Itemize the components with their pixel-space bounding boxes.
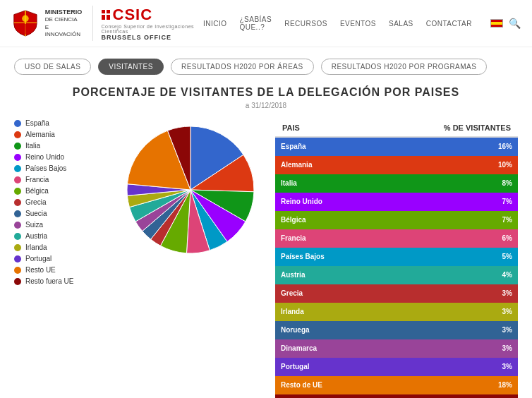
pais-cell: Dinamarca [275,339,389,358]
legend-label: Bélgica [25,187,49,195]
table-row: Reino Unido 7% [275,193,518,211]
nav-eventos[interactable]: EVENTOS [340,20,376,28]
pct-cell: 6% [389,394,518,398]
table-row: Países Bajos 5% [275,248,518,266]
main-content: España Alemania Italia Reino Unido Paíse… [0,112,532,398]
table-row: Alemania 10% [275,156,518,174]
legend-label: Suecia [25,210,47,217]
legend-item: Francia [14,176,106,183]
table-row: Grecia 3% [275,284,518,303]
nav-icons: 🔍 [490,18,521,29]
pct-cell: 6% [389,229,518,248]
visitors-table: PAIS % DE VISITANTES España 16% Alemania… [275,119,518,398]
chart-legend: España Alemania Italia Reino Unido Paíse… [14,119,106,289]
table-row: Resto de UE 18% [275,376,518,394]
nav-salas[interactable]: SALAS [389,20,413,28]
shield-icon [11,8,40,38]
legend-dot [14,176,21,183]
csic-icon [102,10,110,20]
header: MINISTERIODE CIENCIAE INNOVACIÓN CSIC Co… [0,0,532,47]
pct-cell: 3% [389,303,518,321]
page-subtitle: a 31/12/2018 [0,102,532,109]
pct-cell: 7% [389,211,518,229]
legend-item: Italia [14,142,106,150]
nav-recursos[interactable]: RECURSOS [284,20,327,28]
legend-item: Suecia [14,210,106,217]
svg-rect-3 [102,15,105,20]
pais-cell: Países Bajos [275,248,389,266]
legend-item: España [14,119,106,127]
pct-cell: 10% [389,156,518,174]
pct-cell: 3% [389,358,518,376]
pct-cell: 16% [389,137,518,156]
legend-dot [14,120,21,127]
col-pais: PAIS [275,119,389,137]
pct-cell: 5% [389,248,518,266]
legend-dot [14,210,21,217]
csic-office: BRUSSELS OFFICE [102,34,172,41]
table-row: Austria 4% [275,266,518,284]
search-icon[interactable]: 🔍 [509,18,521,29]
svg-rect-2 [107,10,110,13]
pct-cell: 18% [389,376,518,394]
tab-uso-salas[interactable]: USO DE SALAS [14,59,91,75]
tabs-section: USO DE SALAS VISITANTES RESULTADOS H2020… [0,47,532,80]
legend-label: España [25,119,49,127]
pais-cell: Italia [275,174,389,193]
ministry-text: MINISTERIODE CIENCIAE INNOVACIÓN [45,8,84,39]
legend-item: Países Bajos [14,164,106,172]
legend-label: Alemania [25,131,55,138]
table-row: Francia 6% [275,229,518,248]
legend-dot [14,233,21,240]
svg-rect-4 [107,15,110,20]
legend-item: Reino Unido [14,153,106,161]
table-row: España 16% [275,137,518,156]
pct-cell: 3% [389,284,518,303]
csic-subtitle: Consejo Superior de Investigaciones Cien… [102,24,203,34]
pct-cell: 8% [389,174,518,193]
table-row: Bélgica 7% [275,211,518,229]
nav-sabias[interactable]: ¿SABÍAS QUE..? [239,16,272,31]
csic-brand: CSIC [102,6,153,24]
table-row: Noruega 3% [275,321,518,339]
pais-cell: Noruega [275,321,389,339]
legend-item: Portugal [14,255,106,263]
pais-cell: Irlanda [275,303,389,321]
pct-cell: 4% [389,266,518,284]
tab-resultados-programas[interactable]: RESULTADOS H2020 POR PROGRAMAS [321,59,488,75]
legend-item: Austria [14,232,106,240]
legend-dot [14,143,21,150]
table-row: Dinamarca 3% [275,339,518,358]
main-nav: INICIO ¿SABÍAS QUE..? RECURSOS EVENTOS S… [203,16,521,31]
legend-item: Resto fuera UE [14,277,106,285]
nav-contactar[interactable]: CONTACTAR [426,20,472,28]
legend-dot [14,165,21,172]
legend-label: Grecia [25,198,46,206]
csic-logo: CSIC Consejo Superior de Investigaciones… [92,6,203,41]
table-row: Italia 8% [275,174,518,193]
table-row: Resto fuera de Ue 6% [275,394,518,398]
legend-item: Grecia [14,198,106,206]
pais-cell: Francia [275,229,389,248]
tab-visitantes[interactable]: VISITANTES [98,59,164,75]
pais-cell: Resto fuera de Ue [275,394,389,398]
nav-inicio[interactable]: INICIO [203,20,227,28]
pct-cell: 3% [389,339,518,358]
language-flag[interactable] [490,19,503,28]
legend-label: Francia [25,176,49,183]
legend-label: Irlanda [25,243,47,251]
page-title: PORCENTAJE DE VISITANTES DE LA DELEGACIÓ… [0,86,532,99]
pais-cell: Austria [275,266,389,284]
table-row: Portugal 3% [275,358,518,376]
tab-resultados-areas[interactable]: RESULTADOS H2020 POR ÁREAS [171,59,314,75]
title-section: PORCENTAJE DE VISITANTES DE LA DELEGACIÓ… [0,80,532,112]
data-table-container: PAIS % DE VISITANTES España 16% Alemania… [275,119,518,398]
pais-cell: Grecia [275,284,389,303]
legend-label: Resto fuera UE [25,277,73,285]
table-row: Irlanda 3% [275,303,518,321]
legend-dot [14,131,21,138]
pais-cell: Reino Unido [275,193,389,211]
col-visitantes: % DE VISITANTES [389,119,518,137]
legend-label: Suiza [25,221,43,229]
legend-dot [14,278,21,285]
